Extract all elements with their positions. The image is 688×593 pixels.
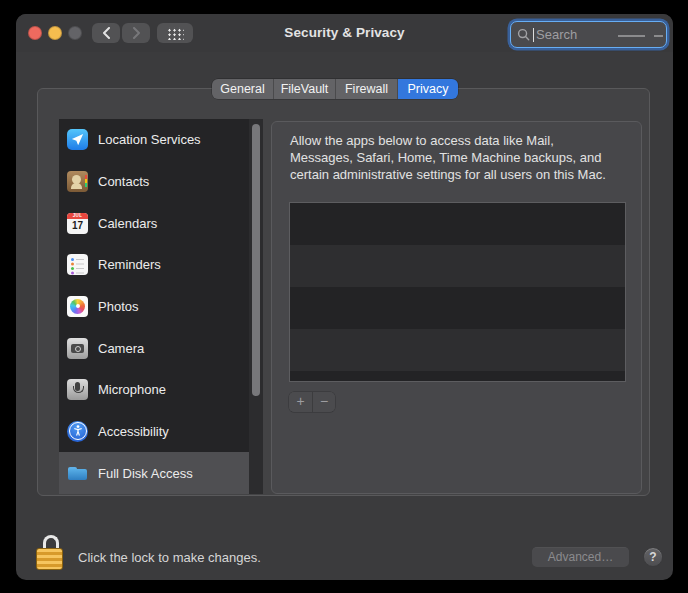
- allowed-apps-list[interactable]: [289, 202, 626, 382]
- sidebar-item-label: Accessibility: [98, 424, 169, 439]
- lock-hint-text: Click the lock to make changes.: [78, 550, 261, 565]
- text-cursor: [533, 28, 534, 42]
- sidebar-item-label: Photos: [98, 299, 138, 314]
- tab-filevault[interactable]: FileVault: [274, 79, 336, 99]
- search-input[interactable]: Search: [510, 21, 667, 48]
- sidebar-item-full-disk-access[interactable]: Full Disk Access: [59, 452, 263, 494]
- advanced-button[interactable]: Advanced…: [532, 547, 629, 567]
- title-bar: Security & Privacy Search: [16, 14, 673, 52]
- search-placeholder: Search: [536, 27, 577, 42]
- sidebar-item-microphone[interactable]: Microphone: [59, 369, 263, 411]
- reminders-icon: [67, 254, 88, 275]
- description-line: Messages, Safari, Home, Time Machine bac…: [290, 149, 635, 166]
- full-disk-access-pane: Allow the apps below to access data like…: [271, 121, 642, 494]
- sidebar-item-label: Reminders: [98, 257, 161, 272]
- location-services-icon: [67, 129, 88, 150]
- sidebar-item-label: Calendars: [98, 216, 157, 231]
- tab-firewall[interactable]: Firewall: [336, 79, 398, 99]
- add-remove-control: + −: [289, 392, 335, 412]
- sidebar-item-accessibility[interactable]: Accessibility: [59, 411, 263, 453]
- sidebar-scrollbar-track[interactable]: [249, 119, 263, 494]
- blue-folder-icon: [67, 463, 88, 484]
- sidebar-item-photos[interactable]: Photos: [59, 286, 263, 328]
- sidebar-item-label: Contacts: [98, 174, 149, 189]
- sidebar-item-camera[interactable]: Camera: [59, 327, 263, 369]
- search-dash-mark-small: [654, 35, 663, 37]
- photos-icon: [67, 296, 88, 317]
- search-dash-mark: [618, 35, 645, 37]
- description-line: certain administrative settings for all …: [290, 166, 635, 183]
- tab-bar: General FileVault Firewall Privacy: [212, 79, 458, 99]
- preferences-panel: Location Services Contacts JUL 17 Calend…: [37, 88, 650, 496]
- accessibility-icon: [67, 421, 88, 442]
- sidebar-scrollbar-thumb[interactable]: [252, 124, 260, 396]
- security-privacy-window: Security & Privacy Search Location Servi…: [16, 14, 673, 580]
- remove-app-button[interactable]: −: [312, 392, 335, 412]
- contacts-icon: [67, 171, 88, 192]
- camera-icon: [67, 338, 88, 359]
- sidebar-item-reminders[interactable]: Reminders: [59, 244, 263, 286]
- tab-general[interactable]: General: [212, 79, 274, 99]
- help-button[interactable]: ?: [643, 547, 663, 567]
- privacy-sidebar: Location Services Contacts JUL 17 Calend…: [59, 119, 263, 494]
- sidebar-item-contacts[interactable]: Contacts: [59, 161, 263, 203]
- calendar-day: 17: [67, 219, 88, 233]
- sidebar-item-calendars[interactable]: JUL 17 Calendars: [59, 202, 263, 244]
- sidebar-item-label: Full Disk Access: [98, 466, 193, 481]
- calendar-icon: JUL 17: [67, 213, 88, 234]
- microphone-icon: [67, 379, 88, 400]
- search-icon: [517, 28, 530, 41]
- add-app-button[interactable]: +: [289, 392, 312, 412]
- sidebar-item-location-services[interactable]: Location Services: [59, 119, 263, 161]
- sidebar-item-label: Microphone: [98, 382, 166, 397]
- lock-icon: [36, 548, 63, 570]
- tab-privacy[interactable]: Privacy: [398, 79, 458, 99]
- sidebar-item-label: Location Services: [98, 132, 201, 147]
- lock-button[interactable]: [36, 535, 66, 570]
- pane-description: Allow the apps below to access data like…: [290, 132, 635, 183]
- sidebar-item-label: Camera: [98, 341, 144, 356]
- description-line: Allow the apps below to access data like…: [290, 132, 635, 149]
